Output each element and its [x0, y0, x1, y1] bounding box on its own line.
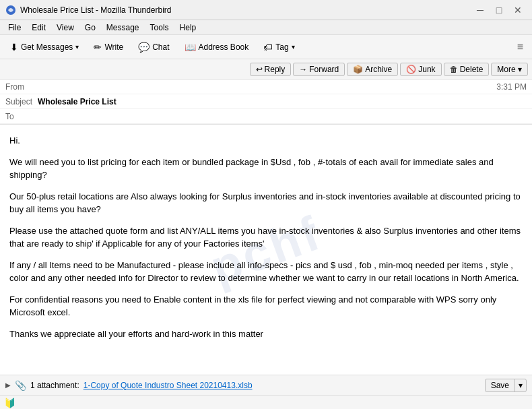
write-button[interactable]: ✏ Write	[88, 39, 129, 55]
statusbar: 🔰	[0, 395, 532, 409]
menu-tools[interactable]: Tools	[145, 22, 174, 34]
security-icon: 🔰	[4, 398, 15, 408]
forward-icon: →	[299, 65, 307, 74]
to-label: To	[5, 112, 38, 121]
menu-edit[interactable]: Edit	[26, 22, 51, 34]
more-button[interactable]: More ▾	[491, 63, 528, 76]
attachment-count: 1 attachment:	[30, 381, 79, 390]
write-icon: ✏	[94, 42, 102, 53]
hamburger-menu-button[interactable]: ≡	[512, 38, 528, 56]
body-paragraph-1: We will need you to list pricing for eac…	[9, 156, 523, 182]
address-book-icon: 📖	[185, 42, 196, 53]
save-dropdown-icon[interactable]: ▾	[515, 379, 526, 391]
attachment-filename[interactable]: 1-Copy of Quote Industro Sheet 20210413.…	[84, 381, 253, 390]
subject-label: Subject	[5, 97, 38, 106]
email-time: 3:31 PM	[496, 82, 527, 92]
menu-message[interactable]: Message	[101, 22, 145, 34]
subject-row: Subject Wholesale Price List	[0, 94, 532, 109]
window-controls: ─ □ ✕	[471, 3, 527, 17]
from-label: From	[5, 82, 38, 92]
to-row: To	[0, 109, 532, 124]
email-header: From 3:31 PM Subject Wholesale Price Lis…	[0, 80, 532, 125]
save-label: Save	[486, 379, 515, 391]
email-body: pchf Hi. We will need you to list pricin…	[0, 125, 532, 375]
save-button[interactable]: Save ▾	[485, 379, 527, 392]
menu-view[interactable]: View	[51, 22, 79, 34]
menu-help[interactable]: Help	[174, 22, 202, 34]
action-bar: ↩ Reply → Forward 📦 Archive 🚫 Junk 🗑 Del…	[0, 59, 532, 80]
get-messages-icon: ⬇	[10, 42, 18, 53]
subject-value: Wholesale Price List	[38, 97, 527, 106]
body-paragraph-4: If any / all Items need to be Manufactur…	[9, 259, 523, 285]
delete-button[interactable]: 🗑 Delete	[444, 63, 490, 76]
archive-icon: 📦	[353, 65, 363, 74]
chat-button[interactable]: 💬 Chat	[132, 39, 175, 55]
reply-button[interactable]: ↩ Reply	[250, 63, 292, 76]
junk-icon: 🚫	[406, 65, 416, 74]
body-paragraph-5: For confidential reasons you need to Ena…	[9, 293, 523, 319]
delete-icon: 🗑	[450, 65, 458, 74]
from-row: From 3:31 PM	[0, 80, 532, 94]
body-paragraph-0: Hi.	[9, 134, 523, 148]
body-paragraph-2: Our 50-plus retail locations are Also al…	[9, 190, 523, 216]
maximize-button[interactable]: □	[490, 3, 508, 17]
toolbar: ⬇ Get Messages ▾ ✏ Write 💬 Chat 📖 Addres…	[0, 35, 532, 59]
email-content: Hi. We will need you to list pricing for…	[9, 134, 523, 340]
titlebar: Wholesale Price List - Mozilla Thunderbi…	[0, 0, 532, 20]
body-paragraph-6: Thanks we appreciate all your efforts an…	[9, 327, 523, 341]
attachment-bar: ▶ 📎 1 attachment: 1-Copy of Quote Indust…	[0, 375, 532, 395]
close-button[interactable]: ✕	[509, 3, 527, 17]
tag-button[interactable]: 🏷 Tag ▾	[257, 39, 300, 55]
address-book-button[interactable]: 📖 Address Book	[178, 39, 255, 55]
menu-file[interactable]: File	[3, 22, 26, 34]
app-icon	[5, 5, 16, 15]
reply-icon: ↩	[256, 65, 263, 74]
body-paragraph-3: Please use the attached quote form and l…	[9, 224, 523, 251]
junk-button[interactable]: 🚫 Junk	[400, 63, 441, 76]
minimize-button[interactable]: ─	[471, 3, 489, 17]
tag-icon: 🏷	[263, 42, 273, 53]
get-messages-button[interactable]: ⬇ Get Messages ▾	[4, 39, 85, 55]
attachment-file-icon: 📎	[15, 380, 26, 391]
menu-go[interactable]: Go	[79, 22, 101, 34]
chat-icon: 💬	[138, 42, 149, 53]
archive-button[interactable]: 📦 Archive	[347, 63, 398, 76]
menubar: File Edit View Go Message Tools Help	[0, 20, 532, 35]
attachment-expand-icon[interactable]: ▶	[5, 381, 11, 389]
forward-button[interactable]: → Forward	[293, 63, 345, 76]
window-title: Wholesale Price List - Mozilla Thunderbi…	[20, 5, 471, 15]
